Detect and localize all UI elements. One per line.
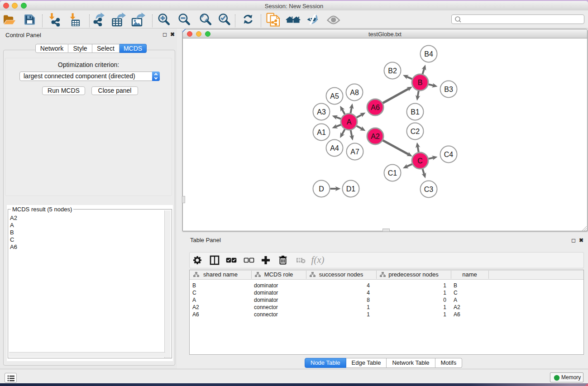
- svg-text:f(x): f(x): [311, 254, 324, 265]
